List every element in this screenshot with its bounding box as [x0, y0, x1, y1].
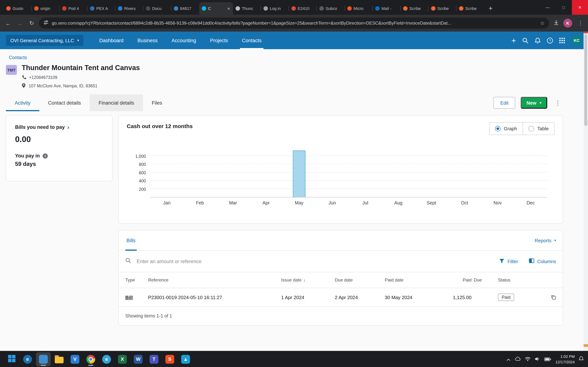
- chevron-up-icon[interactable]: [507, 356, 511, 362]
- taskbar-icon-visio[interactable]: V: [68, 352, 82, 366]
- col-header-issue-date[interactable]: Issue date↓: [281, 277, 335, 283]
- address-bar[interactable]: go.xero.com/app/!cjYRb/contacts/contact/…: [39, 18, 549, 29]
- site-settings-icon[interactable]: [43, 20, 49, 26]
- nav-item-projects[interactable]: Projects: [203, 32, 235, 49]
- browser-profile-avatar[interactable]: K: [563, 19, 572, 27]
- col-header-type[interactable]: Type: [125, 277, 148, 283]
- taskbar-clock[interactable]: 1:02 PM 12/17/2024: [555, 354, 575, 364]
- help-icon[interactable]: ?: [547, 37, 553, 43]
- wifi-icon[interactable]: [525, 356, 531, 362]
- browser-tab-docu-5[interactable]: Docu: [143, 2, 171, 15]
- tab-activity[interactable]: Activity: [6, 94, 39, 111]
- notification-bell-icon[interactable]: [579, 356, 584, 362]
- refresh-icon[interactable]: ↻: [27, 20, 36, 26]
- edge-glyph: e: [23, 355, 32, 364]
- toggle-option-graph[interactable]: Graph: [490, 123, 523, 135]
- browser-tab-c-7[interactable]: C×: [199, 2, 233, 15]
- cloud-icon[interactable]: [515, 356, 521, 362]
- tab-files[interactable]: Files: [143, 94, 171, 111]
- caret-down-icon: ▾: [77, 39, 79, 42]
- bill-link[interactable]: Bill: [125, 294, 133, 300]
- browser-tab-origin-1[interactable]: origin: [32, 2, 60, 15]
- taskbar-icon-teams[interactable]: T: [147, 352, 161, 366]
- taskbar-icon-scribe[interactable]: S: [163, 352, 177, 366]
- back-arrow-icon[interactable]: ←: [4, 20, 12, 26]
- taskbar-icon-word[interactable]: W: [131, 352, 146, 366]
- taskbar-icon-active-app[interactable]: [36, 352, 51, 366]
- browser-tab-84817-6[interactable]: 84817: [171, 2, 199, 15]
- chrome-logo: [86, 355, 95, 364]
- tab-financial-details[interactable]: Financial details: [90, 94, 143, 111]
- browser-tab-pex-a-3[interactable]: PEX A: [87, 2, 115, 15]
- col-header-reference[interactable]: Reference: [148, 277, 281, 283]
- apps-grid-icon[interactable]: [559, 38, 565, 43]
- col-header-due[interactable]: Due: [474, 277, 498, 283]
- browser-menu-kebab-icon[interactable]: ⋮: [577, 20, 584, 26]
- nav-item-contacts[interactable]: Contacts: [235, 32, 269, 49]
- scrollbar-thumb[interactable]: [584, 34, 587, 126]
- filter-button[interactable]: Filter: [499, 258, 518, 264]
- taskbar-icon-start[interactable]: [4, 352, 19, 366]
- browser-tab-e2410-10[interactable]: E2410: [289, 2, 317, 15]
- contact-header: TMT Thunder Mountain Tent and Canvas +12…: [6, 64, 563, 89]
- bell-icon[interactable]: [535, 37, 541, 43]
- taskbar-icon-photos[interactable]: ▲: [178, 352, 193, 366]
- search-input[interactable]: [136, 258, 494, 264]
- bills-to-pay-link[interactable]: Bills you need to pay ›: [15, 125, 103, 130]
- new-tab-button[interactable]: +: [486, 3, 495, 14]
- taskbar-icon-chrome[interactable]: [83, 352, 98, 366]
- tab-bills[interactable]: Bills: [125, 231, 137, 250]
- nav-item-dashboard[interactable]: Dashboard: [92, 32, 130, 49]
- browser-tab-thunc-8[interactable]: Thunc: [233, 2, 261, 15]
- col-header-status[interactable]: Status: [498, 277, 544, 283]
- plus-icon[interactable]: +: [511, 36, 516, 44]
- battery-icon[interactable]: [545, 356, 552, 362]
- col-header-paid-date[interactable]: Paid date: [385, 277, 435, 283]
- col-header-due-date[interactable]: Due date: [335, 277, 385, 283]
- reports-dropdown[interactable]: Reports ▾: [535, 238, 556, 243]
- browser-tab-rivers-4[interactable]: Rivers: [115, 2, 143, 15]
- close-button[interactable]: ✕: [572, 0, 588, 15]
- new-button[interactable]: New ▾: [520, 97, 547, 109]
- gridline: [150, 155, 547, 156]
- taskbar-icon-edge[interactable]: e: [20, 352, 35, 366]
- info-icon[interactable]: i: [43, 153, 48, 158]
- taskbar-icon-edge-2[interactable]: e: [99, 352, 114, 366]
- browser-tab-micro-12[interactable]: Micro: [345, 2, 373, 15]
- minimize-button[interactable]: —: [539, 0, 556, 15]
- tab-favicon: [174, 6, 178, 11]
- col-header-paid[interactable]: Paid: [435, 277, 474, 283]
- browser-tab-scribe-16[interactable]: Scribe: [457, 2, 484, 15]
- teams-glyph: T: [150, 355, 158, 364]
- columns-button[interactable]: Columns: [529, 258, 556, 264]
- nav-item-accounting[interactable]: Accounting: [165, 32, 203, 49]
- overflow-kebab-icon[interactable]: ⋮: [553, 99, 563, 106]
- user-avatar[interactable]: KC: [571, 35, 582, 46]
- browser-tab-subco-11[interactable]: Subco: [317, 2, 345, 15]
- search-icon[interactable]: [522, 37, 528, 43]
- browser-tab-scribe-14[interactable]: Scribe: [401, 2, 429, 15]
- forward-arrow-icon[interactable]: →: [16, 20, 24, 26]
- volume-icon[interactable]: [535, 356, 540, 362]
- taskbar-icon-excel[interactable]: X: [115, 352, 130, 366]
- tray-time: 1:02 PM: [555, 354, 575, 359]
- tab-contact-details[interactable]: Contact details: [39, 94, 90, 111]
- browser-tab-pod-4-2[interactable]: Pod 4: [60, 2, 87, 15]
- nav-item-business[interactable]: Business: [130, 32, 165, 49]
- page-scrollbar[interactable]: [584, 32, 588, 351]
- taskbar-icon-file-explorer[interactable]: [52, 352, 67, 366]
- breadcrumb[interactable]: Contacts: [9, 55, 27, 60]
- org-selector[interactable]: OVI General Contracting, LLC ▾: [6, 35, 83, 46]
- download-icon[interactable]: [553, 20, 559, 27]
- bookmark-star-icon[interactable]: ☆: [540, 20, 545, 26]
- browser-tab-log-in-9[interactable]: Log in: [261, 2, 289, 15]
- edit-button[interactable]: Edit: [494, 97, 515, 109]
- tab-close-icon[interactable]: ×: [227, 6, 230, 11]
- browser-tab-gusto-0[interactable]: Gusto: [4, 2, 32, 15]
- toggle-option-table[interactable]: Table: [523, 123, 554, 135]
- copy-icon[interactable]: [544, 295, 556, 300]
- browser-tab-mail-13[interactable]: Mail -: [373, 2, 401, 15]
- chart-bar-may[interactable]: [293, 151, 305, 197]
- maximize-button[interactable]: □: [556, 0, 572, 15]
- browser-tab-scribe-15[interactable]: Scribe: [429, 2, 457, 15]
